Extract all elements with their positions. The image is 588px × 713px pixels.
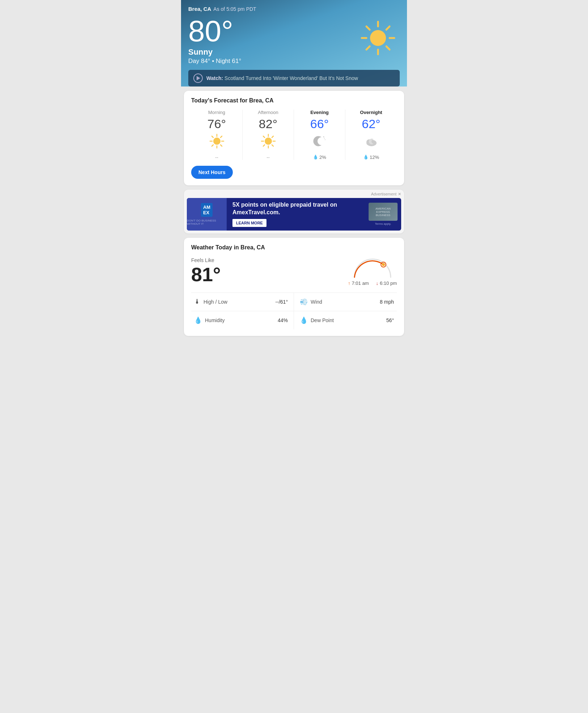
dew-point-label: Dew Point <box>311 317 334 323</box>
sunset-arrow: ↓ <box>376 280 379 286</box>
period-overnight-precip: 💧 12% <box>347 155 395 160</box>
period-evening-temp: 66° <box>295 117 344 131</box>
ad-label: Advertisement <box>371 192 396 196</box>
amex-logo: AMEX <box>201 203 213 217</box>
svg-point-27 <box>323 136 324 138</box>
sunrise-arrow: ↑ <box>348 280 350 286</box>
period-overnight-temp: 62° <box>347 117 395 131</box>
weather-today-card: Weather Today in Brea, CA Feels Like 81°… <box>184 238 404 336</box>
sun-icon <box>360 20 396 56</box>
feels-like-temp: 81° <box>191 265 221 284</box>
sun-times: ↑ 7:01 am ↓ 6:10 pm <box>348 280 397 286</box>
svg-point-28 <box>325 139 326 140</box>
humidity-label-group: 💧 Humidity <box>194 316 224 324</box>
svg-line-5 <box>366 26 370 30</box>
svg-line-14 <box>212 136 213 138</box>
svg-point-0 <box>370 30 386 46</box>
period-afternoon: Afternoon 82° -- <box>243 110 294 160</box>
dew-point-value: 56° <box>386 317 394 323</box>
watch-bar[interactable]: Watch: Scotland Turned Into 'Winter Wond… <box>188 70 400 87</box>
period-morning: Morning 76° -- <box>191 110 243 160</box>
play-button[interactable] <box>193 73 203 83</box>
thermometer-icon: 🌡 <box>194 298 201 305</box>
humidity-label: Humidity <box>205 317 224 323</box>
sunrise-time: ↑ 7:01 am <box>348 280 369 286</box>
next-hours-button[interactable]: Next Hours <box>191 166 233 179</box>
dew-point-label-group: 💧 Dew Point <box>300 316 334 324</box>
svg-point-33 <box>382 263 385 266</box>
period-evening-icon <box>295 134 344 152</box>
period-evening-precip: 💧 2% <box>295 155 344 160</box>
period-afternoon-precip: -- <box>244 155 292 160</box>
svg-line-8 <box>366 46 370 50</box>
period-evening-name: Evening <box>295 110 344 115</box>
svg-line-25 <box>272 136 273 138</box>
ad-banner[interactable]: AMEX DON'T DO BUSINESS WITHOUT IT 5X poi… <box>187 198 401 231</box>
precip-drop-icon-2: 💧 <box>363 155 369 160</box>
ad-center: 5X points on eligible prepaid travel on … <box>227 198 365 231</box>
period-morning-temp: 76° <box>193 117 241 131</box>
day-night-temps: Day 84° • Night 61° <box>188 58 241 65</box>
sunrise-value: 7:01 am <box>352 280 369 286</box>
ad-left-image: AMEX DON'T DO BUSINESS WITHOUT IT <box>187 198 227 231</box>
detail-cell-humidity: 💧 Humidity 44% <box>191 311 294 329</box>
svg-line-16 <box>220 136 222 138</box>
high-low-label: High / Low <box>203 299 227 305</box>
detail-row-1: 🌡 High / Low --/61° 💨 Wind 8 mph <box>191 293 397 311</box>
temp-section: 80° Sunny Day 84° • Night 61° <box>188 16 400 65</box>
svg-line-7 <box>386 26 390 30</box>
forecast-card: Today's Forecast for Brea, CA Morning 76… <box>184 91 404 185</box>
watch-description: Scotland Turned Into 'Winter Wonderland'… <box>224 75 358 81</box>
sun-arc-container: ↑ 7:01 am ↓ 6:10 pm <box>348 257 397 286</box>
svg-line-24 <box>272 145 273 146</box>
period-evening: Evening 66° 💧 2% <box>294 110 345 160</box>
weather-today-title: Weather Today in Brea, CA <box>191 244 397 251</box>
high-low-label-group: 🌡 High / Low <box>194 298 227 305</box>
forecast-periods: Morning 76° -- Afternoon 82° <box>191 110 397 160</box>
ad-right: AMERICANEXPRESSBUSINESS Terms apply. <box>365 200 401 228</box>
period-overnight: Overnight 62° 💧 12% <box>345 110 397 160</box>
weather-header: Brea, CA As of 5:05 pm PDT 80° Sunny Day… <box>181 0 407 87</box>
sun-arc-svg <box>351 257 394 279</box>
feels-like-label: Feels Like <box>191 257 221 263</box>
sunset-time: ↓ 6:10 pm <box>376 280 397 286</box>
detail-cell-dew-point: 💧 Dew Point 56° <box>294 311 397 329</box>
wind-label: Wind <box>311 299 322 305</box>
today-details: 🌡 High / Low --/61° 💨 Wind 8 mph 💧 Humid… <box>191 292 397 329</box>
current-temperature: 80° <box>188 16 241 46</box>
humidity-icon: 💧 <box>194 316 202 324</box>
ad-card: Advertisement ✕ AMEX DON'T DO BUSINESS W… <box>184 190 404 233</box>
day-temp: Day 84° <box>188 58 210 64</box>
period-morning-name: Morning <box>193 110 241 115</box>
period-overnight-icon <box>347 134 395 152</box>
amex-card-image: AMERICANEXPRESSBUSINESS <box>369 203 398 221</box>
humidity-value: 44% <box>278 317 288 323</box>
condition-label: Sunny <box>188 47 241 57</box>
ad-close-button[interactable]: ✕ <box>398 192 401 197</box>
watch-text: Watch: Scotland Turned Into 'Winter Wond… <box>206 75 358 81</box>
ad-cta-button[interactable]: LEARN MORE <box>232 219 266 227</box>
as-of-time: As of 5:05 pm PDT <box>213 6 256 12</box>
svg-point-18 <box>265 138 272 145</box>
night-temp: Night 61° <box>216 58 241 64</box>
feels-like-section: Feels Like 81° <box>191 257 221 284</box>
detail-cell-high-low: 🌡 High / Low --/61° <box>191 293 294 311</box>
detail-row-2: 💧 Humidity 44% 💧 Dew Point 56° <box>191 311 397 329</box>
dew-point-icon: 💧 <box>300 316 308 324</box>
wind-label-group: 💨 Wind <box>300 298 322 306</box>
watch-label: Watch: <box>206 75 223 81</box>
svg-point-29 <box>324 138 325 139</box>
period-morning-precip: -- <box>193 155 241 160</box>
ad-terms: Terms apply. <box>375 222 391 225</box>
period-morning-icon <box>193 134 241 152</box>
ad-headline: 5X points on eligible prepaid travel on … <box>232 201 359 216</box>
period-afternoon-name: Afternoon <box>244 110 292 115</box>
svg-line-15 <box>220 145 222 146</box>
precip-drop-icon: 💧 <box>313 155 318 160</box>
today-top-section: Feels Like 81° ↑ 7:01 am ↓ 6:10 p <box>191 257 397 286</box>
location-bar: Brea, CA As of 5:05 pm PDT <box>188 6 400 12</box>
detail-cell-wind: 💨 Wind 8 mph <box>294 293 397 311</box>
svg-line-6 <box>386 46 390 50</box>
forecast-title: Today's Forecast for Brea, CA <box>191 97 397 104</box>
period-afternoon-temp: 82° <box>244 117 292 131</box>
